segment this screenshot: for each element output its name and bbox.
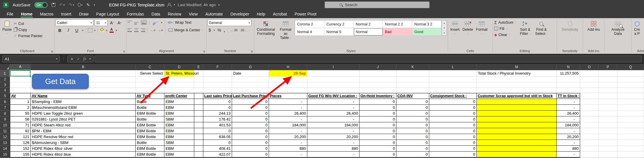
- fx-chevron-icon[interactable]: ▾: [89, 57, 91, 60]
- tab-draw[interactable]: Draw: [75, 10, 92, 18]
- cell-D5[interactable]: profit Center: [164, 93, 194, 99]
- conditional-formatting-button[interactable]: Conditional Formatting ▾: [255, 19, 277, 49]
- cell-E4[interactable]: [194, 88, 203, 93]
- cell-A6[interactable]: 1: [10, 99, 31, 105]
- cell-N4[interactable]: [557, 88, 580, 93]
- cell-G9[interactable]: 0: [232, 116, 269, 122]
- cell-E6[interactable]: [194, 99, 203, 105]
- cell-D2[interactable]: [164, 77, 194, 82]
- cell-N5[interactable]: TT in Stock :: [557, 93, 580, 99]
- format-painter-button[interactable]: ✐ Format Painter: [13, 33, 43, 39]
- cell-C13[interactable]: Bottle: [136, 140, 164, 146]
- cell-B9[interactable]: 0291881- Lysol 28oz PET: [31, 116, 136, 122]
- wrap-text-button[interactable]: ab↩ Wrap Text: [167, 19, 192, 25]
- tab-power-pivot[interactable]: Power Pivot: [291, 10, 320, 18]
- tab-automate[interactable]: Automate: [202, 10, 227, 18]
- cell-B7[interactable]: $Maschinenstillstand EBM: [31, 105, 136, 111]
- cell-L15[interactable]: 0: [429, 152, 477, 157]
- col-header-O[interactable]: O: [580, 64, 599, 70]
- cell-J4[interactable]: [360, 88, 396, 93]
- cell-D14[interactable]: EBM: [164, 146, 194, 152]
- cell-H11[interactable]: -: [269, 128, 307, 134]
- cell-N10[interactable]: 184,000: [557, 122, 580, 128]
- cell-N14[interactable]: 880: [557, 146, 580, 152]
- cell-H1[interactable]: 29-Sep: [269, 70, 307, 77]
- cell-P10[interactable]: [599, 122, 617, 128]
- cell-G15[interactable]: 0: [232, 152, 269, 157]
- cell-L6[interactable]: 0: [429, 99, 477, 105]
- style-currency-2[interactable]: Currency 2: [324, 20, 354, 28]
- cell-N8[interactable]: 26,400: [557, 111, 580, 116]
- cell-P13[interactable]: [599, 140, 617, 146]
- cell-N12[interactable]: 20,200: [557, 134, 580, 140]
- cell-A1[interactable]: [10, 70, 31, 77]
- cell-F13[interactable]: 0: [203, 140, 232, 146]
- cell-Q7[interactable]: [617, 105, 644, 111]
- cell-F1[interactable]: [203, 70, 232, 77]
- cell-I14[interactable]: 880: [307, 146, 360, 152]
- copy-button[interactable]: Copy ▾: [13, 27, 43, 33]
- clear-button[interactable]: ◆ Clear ▾: [494, 32, 517, 38]
- cell-O6[interactable]: [580, 99, 599, 105]
- cell-J1[interactable]: [360, 70, 396, 77]
- tab-developer[interactable]: Developer: [227, 10, 253, 18]
- cell-I5[interactable]: Good FG W/o INV Location :: [307, 93, 360, 99]
- cell-A2[interactable]: [10, 77, 31, 82]
- cell-N13[interactable]: -: [557, 140, 580, 146]
- cell-I4[interactable]: [307, 88, 360, 93]
- cell-F3[interactable]: [203, 82, 232, 88]
- cell-F4[interactable]: [203, 88, 232, 93]
- row-header-10[interactable]: 10: [0, 122, 10, 128]
- analyze-data-button[interactable]: Analyze Data: [610, 19, 626, 49]
- row-header-3[interactable]: 3: [0, 82, 10, 88]
- fill-color-chevron-icon[interactable]: ▾: [106, 29, 108, 32]
- cell-I1[interactable]: [307, 70, 360, 77]
- col-header-M[interactable]: M: [477, 64, 557, 70]
- cell-J15[interactable]: 0: [360, 152, 396, 157]
- cell-M12[interactable]: [477, 134, 557, 140]
- cell-E9[interactable]: [194, 116, 203, 122]
- cell-D6[interactable]: EBM: [164, 99, 194, 105]
- cell-N2[interactable]: [557, 77, 580, 82]
- cell-E3[interactable]: [194, 82, 203, 88]
- col-header-N[interactable]: N: [557, 64, 580, 70]
- cell-O15[interactable]: [580, 152, 599, 157]
- cell-J10[interactable]: 0: [360, 122, 396, 128]
- cell-B6[interactable]: $Sampling - EBM: [31, 99, 136, 105]
- cell-P6[interactable]: [599, 99, 617, 105]
- cell-I15[interactable]: -: [307, 152, 360, 157]
- cell-A10[interactable]: 71: [10, 122, 31, 128]
- tab-macros[interactable]: Macros: [36, 10, 57, 18]
- cell-J14[interactable]: 0: [360, 146, 396, 152]
- cell-C12[interactable]: EBM Bottle: [136, 134, 164, 140]
- alignment-dialog-launcher-icon[interactable]: ⇲: [203, 50, 205, 53]
- cell-J6[interactable]: 0: [360, 99, 396, 105]
- cell-L5[interactable]: Consignment Stock :: [429, 93, 477, 99]
- comma-style-icon[interactable]: ,: [224, 28, 225, 32]
- cell-J5[interactable]: On-Hold Inventory :: [360, 93, 396, 99]
- cell-C7[interactable]: Bottle: [136, 105, 164, 111]
- cell-G6[interactable]: 0: [232, 99, 269, 105]
- tab-data[interactable]: Data: [148, 10, 164, 18]
- cell-M13[interactable]: [477, 140, 557, 146]
- cell-D13[interactable]: SBM: [164, 140, 194, 146]
- cell-E10[interactable]: [194, 122, 203, 128]
- cell-L1[interactable]: [429, 70, 477, 77]
- col-header-A[interactable]: A: [10, 64, 31, 70]
- cell-N11[interactable]: -: [557, 128, 580, 134]
- cell-Q11[interactable]: [617, 128, 644, 134]
- insert-function-icon[interactable]: fx: [83, 56, 86, 61]
- font-dialog-launcher-icon[interactable]: ⇲: [123, 50, 125, 53]
- share-person-icon[interactable]: [167, 3, 171, 7]
- row-header-9[interactable]: 9: [0, 116, 10, 122]
- cell-A5[interactable]: AV: [10, 93, 31, 99]
- cell-A4[interactable]: [10, 88, 31, 93]
- col-header-G[interactable]: G: [232, 64, 269, 70]
- row-header-5[interactable]: 5: [0, 93, 10, 99]
- cell-O3[interactable]: [580, 82, 599, 88]
- cell-P1[interactable]: [599, 70, 617, 77]
- cell-L14[interactable]: 0: [429, 146, 477, 152]
- cell-E5[interactable]: [194, 93, 203, 99]
- tab-page-layout[interactable]: Page Layout: [92, 10, 123, 18]
- cell-G7[interactable]: 0: [232, 105, 269, 111]
